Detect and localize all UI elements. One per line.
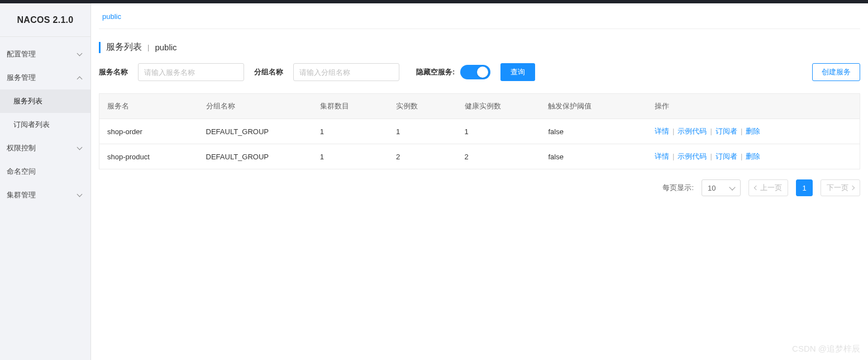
app-root: NACOS 2.1.0 配置管理 服务管理 服务列表 订阅者列表 权限控制 [0,3,868,360]
op-detail[interactable]: 详情 [655,152,669,160]
cell-name: shop-order [99,119,198,144]
sidebar-item-label: 服务列表 [13,96,42,106]
sidebar-item-permission[interactable]: 权限控制 [0,136,90,160]
pagination: 每页显示: 10 上一页 1 下一页 [99,179,860,196]
sidebar: NACOS 2.1.0 配置管理 服务管理 服务列表 订阅者列表 权限控制 [0,3,91,360]
brand-text: NACOS 2.1.0 [17,15,73,25]
cell-ops: 详情|示例代码|订阅者|删除 [647,144,860,169]
cell-ops: 详情|示例代码|订阅者|删除 [647,119,860,144]
sidebar-item-label: 服务管理 [7,73,36,83]
sidebar-item-label: 权限控制 [7,143,36,153]
op-delete[interactable]: 删除 [746,127,760,135]
op-code[interactable]: 示例代码 [678,152,707,160]
search-button[interactable]: 查询 [500,63,535,81]
th-name: 服务名 [99,94,198,119]
op-sep: | [710,152,712,160]
next-page-label: 下一页 [827,183,848,193]
cell-instances: 2 [388,144,457,169]
per-page-value: 10 [708,184,716,192]
op-delete[interactable]: 删除 [746,152,760,160]
per-page-select[interactable]: 10 [702,179,741,196]
th-ops: 操作 [647,94,860,119]
title-separator: | [147,43,149,51]
page-title-bar: 服务列表 | public [99,41,860,53]
sidebar-item-cluster[interactable]: 集群管理 [0,183,90,207]
op-sep: | [710,127,712,135]
chevron-down-icon [77,192,83,198]
chevron-right-icon [850,186,855,190]
sidebar-item-label: 命名空间 [7,167,36,177]
op-code[interactable]: 示例代码 [678,127,707,135]
sidebar-item-label: 配置管理 [7,49,36,59]
page-number-current[interactable]: 1 [796,179,813,196]
per-page-label: 每页显示: [662,183,694,193]
page-title-namespace: public [155,42,177,52]
cell-name: shop-product [99,144,198,169]
cell-group: DEFAULT_GROUP [198,144,312,169]
th-clusters: 集群数目 [312,94,388,119]
chevron-down-icon [729,184,735,190]
cell-healthy: 1 [457,119,541,144]
op-detail[interactable]: 详情 [655,127,669,135]
op-sep: | [673,127,674,135]
group-name-input[interactable] [293,63,399,81]
sidebar-item-label: 订阅者列表 [13,120,50,130]
namespace-tab-public[interactable]: public [102,12,121,21]
op-sep: | [741,152,742,160]
prev-page-label: 上一页 [760,183,782,193]
chevron-up-icon [77,75,83,80]
brand: NACOS 2.1.0 [0,3,90,37]
cell-instances: 1 [388,119,457,144]
th-group: 分组名称 [198,94,312,119]
services-table: 服务名 分组名称 集群数目 实例数 健康实例数 触发保护阈值 操作 shop-o… [99,93,860,169]
next-page-button[interactable]: 下一页 [821,179,860,196]
hide-empty-wrap: 隐藏空服务: [416,65,490,79]
sidebar-submenu-service: 服务列表 订阅者列表 [0,89,90,136]
th-instances: 实例数 [388,94,457,119]
table-row: shop-productDEFAULT_GROUP122false详情|示例代码… [99,144,860,169]
hide-empty-switch[interactable] [460,65,490,79]
sidebar-item-service[interactable]: 服务管理 [0,66,90,89]
chevron-down-icon [77,145,83,151]
prev-page-button[interactable]: 上一页 [748,179,788,196]
th-threshold: 触发保护阈值 [540,94,647,119]
cell-healthy: 2 [457,144,541,169]
op-subscriber[interactable]: 订阅者 [716,127,737,135]
cell-clusters: 1 [312,119,388,144]
th-healthy: 健康实例数 [457,94,541,119]
hide-empty-label: 隐藏空服务: [416,67,455,77]
service-name-label: 服务名称 [99,67,128,77]
cell-clusters: 1 [312,144,388,169]
op-sep: | [741,127,742,135]
page-title: 服务列表 [106,41,142,53]
table-header-row: 服务名 分组名称 集群数目 实例数 健康实例数 触发保护阈值 操作 [99,94,860,119]
create-service-button[interactable]: 创建服务 [812,63,860,81]
sidebar-item-namespace[interactable]: 命名空间 [0,160,90,183]
cell-threshold: false [540,119,647,144]
service-name-input[interactable] [138,63,244,81]
chevron-down-icon [77,51,83,57]
op-subscriber[interactable]: 订阅者 [716,152,737,160]
namespace-tabs: public [99,3,860,29]
cell-group: DEFAULT_GROUP [198,119,312,144]
table-row: shop-orderDEFAULT_GROUP111false详情|示例代码|订… [99,119,860,144]
filter-bar: 服务名称 分组名称 隐藏空服务: 查询 创建服务 [99,63,860,81]
sidebar-item-config[interactable]: 配置管理 [0,42,90,66]
sidebar-nav: 配置管理 服务管理 服务列表 订阅者列表 权限控制 命名空间 [0,37,90,207]
cell-threshold: false [540,144,647,169]
group-name-label: 分组名称 [254,67,283,77]
sidebar-item-subscriber-list[interactable]: 订阅者列表 [0,113,90,136]
title-accent-icon [99,42,101,53]
sidebar-item-service-list[interactable]: 服务列表 [0,89,90,113]
op-sep: | [673,152,674,160]
chevron-left-icon [754,186,759,190]
sidebar-item-label: 集群管理 [7,190,36,200]
main-content: public 服务列表 | public 服务名称 分组名称 隐藏空服务: 查询… [91,3,868,360]
